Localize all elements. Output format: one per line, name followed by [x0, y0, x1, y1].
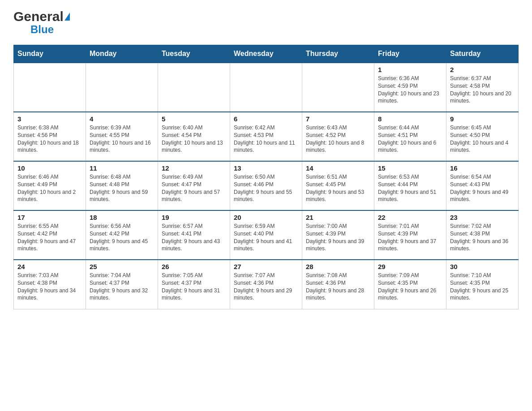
logo-triangle-icon — [64, 13, 70, 21]
calendar-cell: 22Sunrise: 7:01 AM Sunset: 4:39 PM Dayli… — [374, 210, 446, 260]
calendar-cell: 18Sunrise: 6:56 AM Sunset: 4:42 PM Dayli… — [86, 210, 158, 260]
cell-sun-info: Sunrise: 6:43 AM Sunset: 4:52 PM Dayligh… — [306, 124, 370, 154]
cell-sun-info: Sunrise: 7:09 AM Sunset: 4:35 PM Dayligh… — [378, 272, 442, 302]
cell-sun-info: Sunrise: 6:48 AM Sunset: 4:48 PM Dayligh… — [90, 173, 154, 203]
cell-day-number: 12 — [162, 164, 226, 172]
cell-day-number: 28 — [306, 263, 370, 270]
cell-sun-info: Sunrise: 6:50 AM Sunset: 4:46 PM Dayligh… — [234, 173, 298, 203]
header-row: SundayMondayTuesdayWednesdayThursdayFrid… — [14, 45, 519, 63]
cell-day-number: 13 — [234, 164, 298, 172]
header: General Blue — [13, 9, 519, 36]
cell-day-number: 23 — [450, 214, 515, 221]
day-header-sunday: Sunday — [14, 45, 86, 63]
cell-day-number: 7 — [306, 115, 370, 123]
calendar-cell: 16Sunrise: 6:54 AM Sunset: 4:43 PM Dayli… — [446, 161, 519, 210]
calendar-cell — [86, 63, 158, 112]
calendar-cell: 1Sunrise: 6:36 AM Sunset: 4:59 PM Daylig… — [374, 63, 446, 112]
week-row-1: 1Sunrise: 6:36 AM Sunset: 4:59 PM Daylig… — [14, 63, 519, 112]
cell-sun-info: Sunrise: 6:36 AM Sunset: 4:59 PM Dayligh… — [378, 75, 442, 105]
cell-sun-info: Sunrise: 6:49 AM Sunset: 4:47 PM Dayligh… — [162, 173, 226, 203]
cell-day-number: 3 — [17, 115, 82, 123]
cell-sun-info: Sunrise: 7:08 AM Sunset: 4:36 PM Dayligh… — [306, 272, 370, 302]
cell-day-number: 29 — [378, 263, 442, 270]
cell-day-number: 17 — [17, 214, 82, 221]
cell-sun-info: Sunrise: 6:57 AM Sunset: 4:41 PM Dayligh… — [162, 223, 226, 253]
calendar-cell: 27Sunrise: 7:07 AM Sunset: 4:36 PM Dayli… — [230, 260, 302, 309]
cell-day-number: 21 — [306, 214, 370, 221]
calendar-cell: 12Sunrise: 6:49 AM Sunset: 4:47 PM Dayli… — [158, 161, 230, 210]
calendar-cell: 25Sunrise: 7:04 AM Sunset: 4:37 PM Dayli… — [86, 260, 158, 309]
cell-day-number: 25 — [90, 263, 154, 270]
calendar-cell: 30Sunrise: 7:10 AM Sunset: 4:35 PM Dayli… — [446, 260, 519, 309]
cell-sun-info: Sunrise: 7:02 AM Sunset: 4:38 PM Dayligh… — [450, 223, 515, 253]
cell-sun-info: Sunrise: 6:53 AM Sunset: 4:44 PM Dayligh… — [378, 173, 442, 203]
cell-sun-info: Sunrise: 6:38 AM Sunset: 4:56 PM Dayligh… — [17, 124, 82, 154]
cell-day-number: 16 — [450, 164, 515, 172]
calendar-cell: 9Sunrise: 6:45 AM Sunset: 4:50 PM Daylig… — [446, 112, 519, 161]
calendar-cell: 17Sunrise: 6:55 AM Sunset: 4:42 PM Dayli… — [14, 210, 86, 260]
cell-day-number: 4 — [90, 115, 154, 123]
cell-sun-info: Sunrise: 6:54 AM Sunset: 4:43 PM Dayligh… — [450, 173, 515, 203]
cell-day-number: 26 — [162, 263, 226, 270]
calendar-cell: 5Sunrise: 6:40 AM Sunset: 4:54 PM Daylig… — [158, 112, 230, 161]
cell-day-number: 6 — [234, 115, 298, 123]
cell-day-number: 22 — [378, 214, 442, 221]
cell-sun-info: Sunrise: 6:42 AM Sunset: 4:53 PM Dayligh… — [234, 124, 298, 154]
week-row-2: 3Sunrise: 6:38 AM Sunset: 4:56 PM Daylig… — [14, 112, 519, 161]
cell-sun-info: Sunrise: 7:03 AM Sunset: 4:38 PM Dayligh… — [17, 272, 82, 302]
calendar-header: SundayMondayTuesdayWednesdayThursdayFrid… — [14, 45, 519, 63]
cell-day-number: 18 — [90, 214, 154, 221]
page: General Blue SundayMondayTuesdayWednesda… — [0, 0, 532, 323]
calendar-cell: 15Sunrise: 6:53 AM Sunset: 4:44 PM Dayli… — [374, 161, 446, 210]
calendar-cell: 19Sunrise: 6:57 AM Sunset: 4:41 PM Dayli… — [158, 210, 230, 260]
calendar-cell: 2Sunrise: 6:37 AM Sunset: 4:58 PM Daylig… — [446, 63, 519, 112]
cell-day-number: 24 — [17, 263, 82, 270]
day-header-monday: Monday — [86, 45, 158, 63]
cell-sun-info: Sunrise: 6:40 AM Sunset: 4:54 PM Dayligh… — [162, 124, 226, 154]
cell-day-number: 30 — [450, 263, 515, 270]
logo-blue-text: Blue — [30, 23, 54, 36]
cell-day-number: 5 — [162, 115, 226, 123]
cell-sun-info: Sunrise: 6:55 AM Sunset: 4:42 PM Dayligh… — [17, 223, 82, 253]
day-header-wednesday: Wednesday — [230, 45, 302, 63]
day-header-tuesday: Tuesday — [158, 45, 230, 63]
calendar-cell — [230, 63, 302, 112]
cell-sun-info: Sunrise: 7:07 AM Sunset: 4:36 PM Dayligh… — [234, 272, 298, 302]
week-row-5: 24Sunrise: 7:03 AM Sunset: 4:38 PM Dayli… — [14, 260, 519, 309]
cell-day-number: 10 — [17, 164, 82, 172]
cell-day-number: 27 — [234, 263, 298, 270]
calendar-cell: 6Sunrise: 6:42 AM Sunset: 4:53 PM Daylig… — [230, 112, 302, 161]
calendar-table: SundayMondayTuesdayWednesdayThursdayFrid… — [13, 45, 519, 309]
calendar-cell — [158, 63, 230, 112]
calendar-cell: 26Sunrise: 7:05 AM Sunset: 4:37 PM Dayli… — [158, 260, 230, 309]
cell-day-number: 9 — [450, 115, 515, 123]
week-row-4: 17Sunrise: 6:55 AM Sunset: 4:42 PM Dayli… — [14, 210, 519, 260]
calendar-cell: 10Sunrise: 6:46 AM Sunset: 4:49 PM Dayli… — [14, 161, 86, 210]
cell-day-number: 11 — [90, 164, 154, 172]
cell-sun-info: Sunrise: 6:59 AM Sunset: 4:40 PM Dayligh… — [234, 223, 298, 253]
day-header-saturday: Saturday — [446, 45, 519, 63]
calendar-cell: 23Sunrise: 7:02 AM Sunset: 4:38 PM Dayli… — [446, 210, 519, 260]
calendar-cell: 8Sunrise: 6:44 AM Sunset: 4:51 PM Daylig… — [374, 112, 446, 161]
cell-sun-info: Sunrise: 6:51 AM Sunset: 4:45 PM Dayligh… — [306, 173, 370, 203]
cell-day-number: 1 — [378, 66, 442, 73]
cell-sun-info: Sunrise: 7:01 AM Sunset: 4:39 PM Dayligh… — [378, 223, 442, 253]
cell-sun-info: Sunrise: 6:56 AM Sunset: 4:42 PM Dayligh… — [90, 223, 154, 253]
calendar-cell: 20Sunrise: 6:59 AM Sunset: 4:40 PM Dayli… — [230, 210, 302, 260]
day-header-thursday: Thursday — [302, 45, 374, 63]
cell-sun-info: Sunrise: 6:44 AM Sunset: 4:51 PM Dayligh… — [378, 124, 442, 154]
cell-day-number: 20 — [234, 214, 298, 221]
calendar-cell: 24Sunrise: 7:03 AM Sunset: 4:38 PM Dayli… — [14, 260, 86, 309]
calendar-cell: 14Sunrise: 6:51 AM Sunset: 4:45 PM Dayli… — [302, 161, 374, 210]
calendar-cell: 4Sunrise: 6:39 AM Sunset: 4:55 PM Daylig… — [86, 112, 158, 161]
day-header-friday: Friday — [374, 45, 446, 63]
week-row-3: 10Sunrise: 6:46 AM Sunset: 4:49 PM Dayli… — [14, 161, 519, 210]
calendar-cell: 7Sunrise: 6:43 AM Sunset: 4:52 PM Daylig… — [302, 112, 374, 161]
cell-sun-info: Sunrise: 6:45 AM Sunset: 4:50 PM Dayligh… — [450, 124, 515, 154]
logo-general-text: General — [13, 9, 64, 24]
cell-sun-info: Sunrise: 7:10 AM Sunset: 4:35 PM Dayligh… — [450, 272, 515, 302]
cell-sun-info: Sunrise: 6:46 AM Sunset: 4:49 PM Dayligh… — [17, 173, 82, 203]
cell-sun-info: Sunrise: 7:04 AM Sunset: 4:37 PM Dayligh… — [90, 272, 154, 302]
calendar-cell: 13Sunrise: 6:50 AM Sunset: 4:46 PM Dayli… — [230, 161, 302, 210]
cell-sun-info: Sunrise: 7:05 AM Sunset: 4:37 PM Dayligh… — [162, 272, 226, 302]
